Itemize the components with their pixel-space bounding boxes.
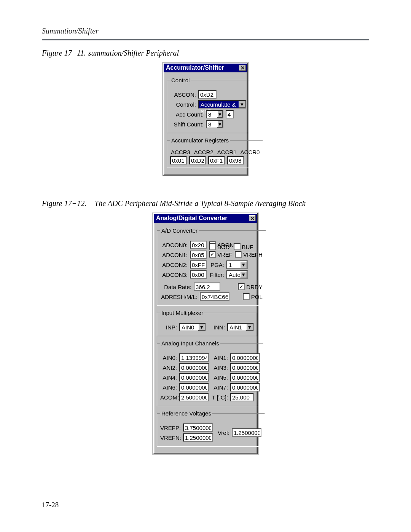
shift-count-select[interactable]: 8 ▾ <box>206 120 223 128</box>
chevron-down-icon[interactable]: ▾ <box>246 324 253 331</box>
reference-voltages-group: Reference Voltages VREFP: VREFN: <box>157 410 265 447</box>
inp-select[interactable]: AIN0 ▾ <box>179 323 206 331</box>
accr2-field[interactable] <box>189 156 206 165</box>
control-group: Control ASCON: Control: Accumulate & Shi… <box>167 77 250 133</box>
drdy-checkbox[interactable]: DRDY <box>238 283 263 290</box>
inp-label: INP: <box>160 324 177 331</box>
adcon0-field[interactable] <box>190 241 207 249</box>
acc-count-label: Acc Count: <box>170 111 204 118</box>
chevron-down-icon[interactable]: ▾ <box>239 101 245 108</box>
shift-count-value: 8 <box>207 121 217 128</box>
checkbox-icon <box>234 243 241 250</box>
inn-select[interactable]: AIN1 ▾ <box>227 323 254 331</box>
figure-1711-number: Figure 17−11. <box>42 49 86 57</box>
page-number: 17-28 <box>42 501 59 509</box>
chevron-down-icon[interactable]: ▾ <box>217 121 223 128</box>
ain3-label: AIN3: <box>211 364 228 371</box>
chevron-down-icon[interactable]: ▾ <box>217 111 223 118</box>
ascon-label: ASCON: <box>170 91 196 98</box>
adc-titlebar[interactable]: Analog/Digital Converter ✕ <box>154 214 257 223</box>
adcon1-field[interactable] <box>190 251 207 259</box>
ain6-field[interactable] <box>179 383 209 391</box>
close-icon[interactable]: ✕ <box>249 215 256 221</box>
ain7-field[interactable] <box>230 383 260 391</box>
vrefp-field[interactable] <box>183 423 213 432</box>
ascon-field[interactable] <box>198 90 217 99</box>
filter-select[interactable]: Auto ▾ <box>226 270 248 279</box>
checkbox-icon <box>243 293 250 300</box>
chevron-down-icon[interactable]: ▾ <box>240 271 247 278</box>
pga-select[interactable]: 1 ▾ <box>226 260 248 269</box>
input-multiplexer-label: Input Multiplexer <box>160 310 204 316</box>
figure-1711-title: summation/Shifter Peripheral <box>88 49 179 57</box>
acc-count-extra-field[interactable] <box>226 110 234 118</box>
ain4-field[interactable] <box>179 373 209 382</box>
adresh-label: ADRESH/M/L: <box>160 294 198 300</box>
control-select[interactable]: Accumulate & Shift ▾ <box>198 100 246 109</box>
vref-checkbox[interactable]: VREF <box>209 251 233 258</box>
analog-input-channels-group: Analog Input Channels AIN0: AIN1: ANI2: … <box>157 340 263 406</box>
figure-1712-title: The ADC Peripheral Mid-Stride a Typical … <box>94 199 305 208</box>
pol-label: POL <box>251 294 263 300</box>
adcon3-field[interactable] <box>190 270 207 279</box>
ain1-field[interactable] <box>230 353 260 362</box>
ain5-field[interactable] <box>230 373 260 382</box>
accr2-label: ACCR2 <box>194 149 213 155</box>
accumulator-registers-group: Accumulator Registers ACCR3 ACCR2 ACCR1 … <box>167 137 263 168</box>
input-multiplexer-group: Input Multiplexer INP: AIN0 ▾ INN: AIN1 … <box>157 310 257 336</box>
data-rate-field[interactable] <box>194 283 220 291</box>
accr3-field[interactable] <box>170 156 187 165</box>
data-rate-label: Data Rate: <box>160 284 191 290</box>
accumulator-shifter-dialog: Accumulator/Shifter ✕ Control ASCON: Con… <box>162 62 249 176</box>
shift-count-label: Shift Count: <box>170 121 204 128</box>
adcon2-label: ADCON2: <box>160 262 188 268</box>
vref-label: VREF <box>217 251 233 258</box>
vrefn-label: VREFN: <box>160 435 181 441</box>
close-icon[interactable]: ✕ <box>239 65 246 71</box>
pol-checkbox[interactable]: POL <box>243 293 263 300</box>
figure-1711-caption: Figure 17−11.summation/Shifter Periphera… <box>42 49 369 58</box>
acom-field[interactable] <box>179 393 209 401</box>
pga-label: PGA: <box>209 262 224 268</box>
ad-converter-group: A/D Converter ADCON0: ADON ADCON1: BOD B… <box>157 227 266 306</box>
acc-count-select[interactable]: 8 ▾ <box>206 110 223 118</box>
accr1-field[interactable] <box>208 156 225 165</box>
accumulator-title: Accumulator/Shifter <box>166 64 224 71</box>
accumulator-titlebar[interactable]: Accumulator/Shifter ✕ <box>164 64 247 72</box>
header-rule <box>42 39 369 40</box>
vref-field[interactable] <box>232 428 261 437</box>
bod-label: BOD <box>217 244 230 250</box>
ain6-label: AIN6: <box>160 384 177 391</box>
control-select-value: Accumulate & Shift <box>199 101 239 108</box>
figure-1712-caption: Figure 17−12. The ADC Peripheral Mid-Str… <box>42 199 369 208</box>
ain3-field[interactable] <box>230 363 260 372</box>
vrefh-label: VREFH <box>243 251 263 258</box>
figure-1712-number: Figure 17−12. <box>42 199 86 208</box>
adcon3-label: ADCON3: <box>160 272 188 278</box>
vrefn-field[interactable] <box>183 433 213 442</box>
vrefp-label: VREFP: <box>160 425 181 431</box>
adcon1-label: ADCON1: <box>160 252 188 258</box>
ain0-field[interactable] <box>179 353 209 362</box>
drdy-label: DRDY <box>246 284 263 290</box>
vrefh-checkbox[interactable]: VREFH <box>235 251 263 258</box>
tc-field[interactable] <box>230 393 254 401</box>
vref-label: Vref: <box>215 430 229 436</box>
chevron-down-icon[interactable]: ▾ <box>198 324 205 331</box>
inn-value: AIN1 <box>228 324 246 331</box>
ain4-label: AIN4: <box>160 374 177 381</box>
bod-checkbox[interactable]: BOD <box>209 243 230 250</box>
checkbox-icon <box>235 251 242 258</box>
ani2-field[interactable] <box>179 363 209 372</box>
ani2-label: ANI2: <box>160 364 177 371</box>
checkbox-icon <box>209 251 216 258</box>
control-label: Control: <box>170 101 196 108</box>
accr0-field[interactable] <box>227 156 244 165</box>
buf-label: BUF <box>242 244 253 250</box>
chevron-down-icon[interactable]: ▾ <box>240 261 247 268</box>
buf-checkbox[interactable]: BUF <box>234 243 253 250</box>
adresh-field[interactable] <box>200 292 229 301</box>
checkbox-icon <box>238 283 245 290</box>
filter-label: Filter: <box>209 272 224 278</box>
adcon2-field[interactable] <box>190 260 207 269</box>
